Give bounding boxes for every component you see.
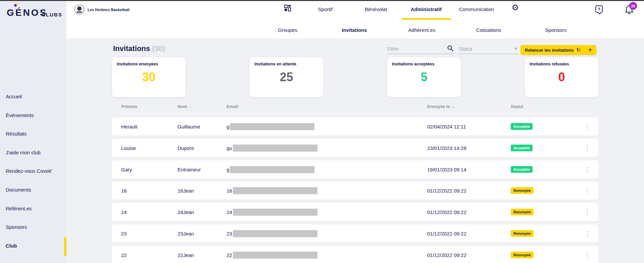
column-header-envoyee-le[interactable]: Envoyée le↓ — [427, 104, 454, 109]
email-prefix: g — [227, 124, 229, 129]
cell-status: Renvoyée — [511, 203, 534, 221]
row-menu-kebab-icon[interactable]: ⋮ — [584, 139, 591, 157]
subtab-cotisations[interactable]: Cotisations — [476, 27, 501, 33]
column-header-nom[interactable]: Nom↑ — [178, 104, 191, 109]
active-tab-underline — [402, 18, 451, 20]
page-title-text: Invitations — [113, 44, 150, 53]
stat-value: 30 — [112, 70, 186, 84]
column-header-prenom: Prénom — [121, 104, 137, 109]
subtab-sponsors[interactable]: Sponsors — [545, 27, 566, 33]
apps-grid-icon[interactable] — [284, 4, 291, 12]
row-menu-kebab-icon[interactable]: ⋮ — [584, 181, 591, 200]
email-redaction-bar — [230, 166, 314, 173]
cell-email: 23 — [227, 224, 317, 243]
brand-suffix: CLUBS — [42, 12, 62, 17]
club-name: Les Herbiers Basketball — [88, 8, 130, 12]
resend-invitations-button[interactable]: Relancer les invitations ↻ — [521, 45, 585, 55]
sidebar: GÉNOS CLUBS Accueil Événements Résultats… — [0, 0, 66, 263]
cell-sent-date: 01/12/2022 09:22 — [427, 181, 466, 200]
sidebar-item-rendez-vous-covoit[interactable]: Rendez-vous Covoit' — [6, 168, 52, 174]
email-prefix: g — [227, 167, 229, 172]
table-row: Gary Entraineur g 19/01/2023 09:14 Accep… — [112, 160, 598, 178]
row-menu-kebab-icon[interactable]: ⋮ — [584, 203, 591, 221]
settings-gear-icon[interactable]: ⚙ — [511, 3, 519, 12]
sidebar-item-jaide-mon-club[interactable]: J'aide mon club — [6, 150, 41, 155]
cell-first-name: Gary — [121, 160, 132, 178]
status-badge: Renvoyée — [511, 252, 534, 258]
cell-first-name: Herault — [121, 117, 137, 136]
sidebar-active-indicator — [64, 237, 66, 256]
cell-first-name: 22 — [121, 246, 127, 263]
tab-sportif[interactable]: Sportif — [318, 6, 332, 12]
column-header-nom-label: Nom — [178, 104, 187, 109]
stat-card-pending: Invitations en attente 25 — [250, 57, 323, 97]
subtab-adherentes[interactable]: Adhérent.es — [408, 27, 436, 33]
sort-asc-icon: ↑ — [189, 104, 192, 109]
row-menu-kebab-icon[interactable]: ⋮ — [584, 224, 591, 243]
sidebar-item-documents[interactable]: Documents — [6, 187, 31, 193]
cell-sent-date: 01/12/2022 09:22 — [427, 203, 466, 221]
chevron-down-icon: ▾ — [514, 46, 517, 51]
email-prefix: 23 — [227, 231, 232, 236]
brand-logo[interactable]: GÉNOS CLUBS — [0, 0, 66, 23]
sidebar-item-sponsors[interactable]: Sponsors — [6, 224, 27, 230]
status-badge: Acceptée — [511, 145, 533, 151]
tab-administratif[interactable]: Administratif — [411, 6, 442, 12]
brand-name: GÉNOS — [7, 7, 47, 18]
email-redaction-bar — [233, 145, 317, 152]
cell-email: 22 — [227, 246, 317, 263]
email-redaction-bar — [230, 123, 314, 130]
tab-benevolat[interactable]: Bénévolat — [365, 6, 387, 12]
column-header-email: Email — [227, 104, 238, 109]
status-badge: Acceptée — [511, 166, 533, 173]
cell-email: 24 — [227, 203, 317, 221]
refresh-icon: ↻ — [576, 47, 581, 53]
stat-value: 5 — [387, 70, 461, 84]
cell-status: Renvoyée — [511, 181, 534, 200]
filter-input[interactable] — [387, 44, 445, 53]
cell-email: gu — [227, 139, 317, 157]
table-row: 22 22Jean 22 01/12/2022 09:22 Renvoyée ⋮ — [112, 246, 598, 263]
cell-sent-date: 23/01/2023 14:28 — [427, 139, 466, 157]
add-invitation-button[interactable]: + — [584, 45, 596, 55]
email-redaction-bar — [233, 230, 317, 237]
cell-status: Renvoyée — [511, 246, 534, 263]
sidebar-item-referentes[interactable]: Référent.es — [6, 206, 32, 211]
cell-first-name: 16 — [121, 181, 127, 200]
email-redaction-bar — [233, 187, 317, 194]
table-row: Herault Guillaume g 02/04/2024 12:11 Acc… — [112, 117, 598, 136]
cell-first-name: 23 — [121, 224, 127, 243]
help-icon[interactable]: ? — [595, 5, 603, 13]
stat-label: Invitations en attente — [254, 62, 296, 66]
help-glyph: ? — [598, 7, 600, 12]
subtab-invitations[interactable]: Invitations — [342, 27, 367, 33]
row-menu-kebab-icon[interactable]: ⋮ — [584, 117, 591, 136]
tab-communication[interactable]: Communication — [459, 6, 494, 12]
table-row: 24 24Jean 24 01/12/2022 09:22 Renvoyée ⋮ — [112, 203, 598, 221]
table-row: 16 16Jean 16 01/12/2022 09:22 Renvoyée ⋮ — [112, 181, 598, 200]
table-row: Louise Dupont gu 23/01/2023 14:28 Accept… — [112, 139, 598, 157]
search-icon — [447, 45, 454, 52]
status-select[interactable]: Statut ▾ — [458, 44, 518, 54]
email-prefix: 16 — [227, 188, 232, 194]
topbar: Les Herbiers Basketball Sportif Bénévola… — [66, 0, 644, 39]
club-selector[interactable]: Les Herbiers Basketball — [75, 5, 130, 14]
row-menu-kebab-icon[interactable]: ⋮ — [584, 160, 591, 178]
stat-label: Invitations envoyées — [117, 62, 158, 66]
sidebar-item-accueil[interactable]: Accueil — [6, 94, 22, 99]
sidebar-item-resultats[interactable]: Résultats — [6, 131, 27, 137]
cell-status: Acceptée — [511, 139, 533, 157]
sidebar-item-evenements[interactable]: Événements — [6, 112, 34, 118]
sidebar-item-club[interactable]: Club — [6, 243, 17, 249]
status-select-placeholder: Statut — [459, 46, 472, 52]
resend-invitations-label: Relancer les invitations — [525, 48, 574, 53]
cell-email: 16 — [227, 181, 317, 200]
row-menu-kebab-icon[interactable]: ⋮ — [584, 246, 591, 263]
cell-last-name: 16Jean — [178, 181, 194, 200]
subtab-groupes[interactable]: Groupes — [278, 27, 297, 33]
cell-sent-date: 02/04/2024 12:11 — [427, 117, 466, 136]
email-redaction-bar — [233, 252, 317, 259]
cell-status: Acceptée — [511, 117, 533, 136]
email-prefix: 22 — [227, 252, 232, 258]
window-top-edge — [0, 0, 644, 1]
